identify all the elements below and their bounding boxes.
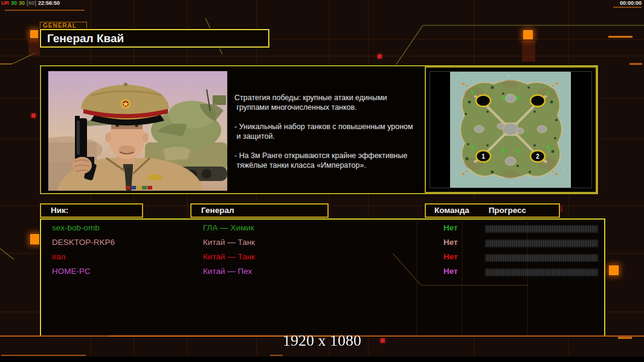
perf-overlay: UR3030[60]22:56:50 [1,0,62,6]
deco-glow-square [609,265,619,275]
player-general: Китай — Пех [203,267,252,276]
perf-fps-cap: [60] [27,0,36,6]
player-general: Китай — Танк [203,252,255,261]
general-portrait [48,71,228,191]
perf-fps-value: 30 [11,0,17,6]
progress-bar [485,268,599,277]
player-team: Нет [443,252,458,261]
deco-red-square [378,54,382,59]
general-description: Стратегия победы: крупные атаки едиными … [234,93,434,170]
minimap: $ $ $ $ $ $ $ $ [450,72,571,188]
supply-dollar-icon: $ [471,144,474,150]
header-progress-label: Прогресс [489,206,526,215]
perf-clock: 22:56:50 [38,0,60,6]
resolution-label: 1920 x 1080 [283,332,361,350]
supply-dollar-icon: $ [547,90,550,96]
player-general: Китай — Танк [203,238,255,247]
header-team-label: Команда [434,206,469,215]
bottom-black-bar [0,357,644,362]
player-nick: iran [52,252,66,261]
general-name-title: Генерал Квай [40,29,269,48]
general-kwai-portrait-art [48,71,227,191]
deco-red-square [381,338,385,343]
deco-glow-square [30,30,38,38]
player-team: Нет [443,238,458,247]
progress-bar [485,239,599,248]
header-general: Генерал [190,203,329,218]
supply-dollar-icon: $ [502,148,505,154]
deco-glow-square [523,30,533,39]
deco-red-square [31,113,36,118]
progress-bar [485,253,599,262]
player-row: sex-bob-omb ГЛА — Химик Нет [41,221,604,236]
deco-glow-square [30,234,40,244]
supply-dollar-icon: $ [471,89,474,95]
supply-dollar-icon: $ [517,95,520,101]
progress-bar [485,224,599,233]
player-nick: DESKTOP-RKP6 [52,238,115,247]
players-panel: sex-bob-omb ГЛА — Химик Нет DESKTOP-RKP6… [40,218,605,337]
player-team: Нет [443,223,458,232]
player-nick: sex-bob-omb [52,223,100,232]
minimap-panel: $ $ $ $ $ $ $ $ [425,66,597,193]
supply-dollar-icon: $ [547,144,550,150]
player-rows: sex-bob-omb ГЛА — Химик Нет DESKTOP-RKP6… [41,221,604,279]
player-nick: HOME-PC [52,267,91,276]
supply-dollar-icon: $ [517,148,520,154]
player-row: DESKTOP-RKP6 Китай — Танк Нет [41,236,604,250]
player-row: HOME-PC Китай — Пех Нет [41,265,604,279]
perf-renderer-label: UR [1,0,9,6]
loading-screen: UR3030[60]22:56:50 00:00:00 GENERAL Гене… [0,0,644,362]
player-row: iran Китай — Танк Нет [41,250,604,265]
match-timer: 00:00:00 [620,0,642,6]
player-team: Нет [443,267,458,276]
header-team-progress: Команда Прогресс [425,203,560,218]
header-nick: Ник: [40,203,143,218]
general-info-panel: Стратегия победы: крупные атаки едиными … [40,65,598,194]
player-general: ГЛА — Химик [203,223,254,232]
perf-fps-value2: 30 [19,0,25,6]
spawn-marker-2: 2 [536,153,539,160]
spawn-marker-1: 1 [481,153,485,160]
supply-dollar-icon: $ [502,95,505,101]
